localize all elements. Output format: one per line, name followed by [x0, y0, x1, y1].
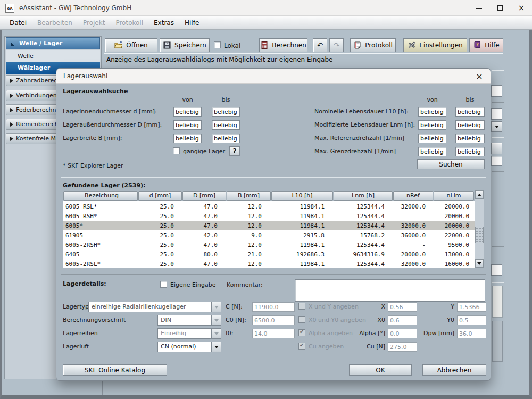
x0y0-checkbox[interactable]	[298, 316, 305, 323]
sidebar-item-welle[interactable]: Welle	[6, 50, 100, 62]
x-input[interactable]	[388, 302, 417, 312]
column-header-nRef[interactable]: nRef	[393, 191, 433, 201]
maximize-button[interactable]	[489, 0, 511, 16]
column-header-Lnm[interactable]: Lnm [h]	[334, 191, 393, 201]
sidebar-item-welle-lager[interactable]: Welle / Lager	[6, 37, 100, 49]
column-header-nLim[interactable]: nLim	[434, 191, 474, 201]
bearing-rows-dropdown[interactable]: Einreihig	[157, 328, 221, 339]
column-header-L10[interactable]: L10 [h]	[271, 191, 333, 201]
scroll-up-button[interactable]	[475, 190, 484, 199]
ref-speed-bis-input[interactable]	[455, 134, 485, 143]
table-row[interactable]: 6005-RSH*25.047.012.011984.1125344.4-200…	[63, 211, 475, 221]
comment-label: Kommentar:	[227, 281, 263, 288]
menu-hilfe[interactable]: Hilfe	[179, 18, 204, 28]
bearing-clearance-dropdown[interactable]: CN (normal)	[157, 342, 221, 352]
comment-textarea[interactable]: ---	[295, 279, 485, 302]
cu-label: Cu [N]	[364, 343, 385, 350]
background-separator	[492, 246, 504, 247]
protocol-button[interactable]: Protokoll	[350, 38, 396, 52]
save-button[interactable]: Speichern	[160, 38, 210, 52]
l10-von-input[interactable]	[418, 107, 446, 117]
c-input[interactable]	[252, 302, 295, 312]
cancel-button[interactable]: Abbrechen	[422, 364, 486, 376]
table-row[interactable]: 6005-RSL*25.047.012.011984.1125344.43200…	[63, 202, 475, 211]
menu-projekt[interactable]: Projekt	[78, 18, 110, 28]
l10-bis-input[interactable]	[455, 107, 485, 117]
inner-diameter-bis-input[interactable]	[212, 107, 240, 117]
table-row[interactable]: 6005*25.047.012.011984.1125344.432000.02…	[63, 221, 475, 230]
calculator-icon	[260, 41, 269, 49]
chevron-down-icon	[214, 306, 219, 309]
scrollbar-thumb[interactable]	[475, 227, 484, 243]
app-icon-text: eA	[7, 6, 12, 11]
dpw-input[interactable]	[457, 329, 486, 338]
ref-speed-von-input[interactable]	[418, 134, 446, 143]
table-row[interactable]: 6005-2RSL*25.047.012.011984.1125344.4320…	[63, 259, 475, 269]
xy-checkbox-label: X und Y angeben	[309, 303, 359, 310]
limit-speed-von-input[interactable]	[418, 147, 446, 156]
menu-bearbeiten[interactable]: Bearbeiten	[32, 18, 78, 28]
x0-input[interactable]	[388, 315, 417, 325]
calculate-button[interactable]: Berechnen	[259, 38, 307, 52]
search-button[interactable]: Suchen	[417, 159, 485, 169]
column-header-D[interactable]: D [mm]	[182, 191, 226, 201]
bearing-type-dropdown[interactable]: einreihige Radialrillenkugellager	[88, 302, 221, 312]
bearing-width-bis-input[interactable]	[212, 134, 240, 143]
calculation-rule-dropdown[interactable]: DIN	[157, 315, 221, 326]
bearing-width-von-input[interactable]	[173, 134, 202, 143]
outer-diameter-von-input[interactable]	[173, 120, 202, 130]
scroll-down-button[interactable]	[475, 259, 484, 268]
column-header-d[interactable]: d [mm]	[138, 191, 182, 201]
menu-extras[interactable]: Extras	[148, 18, 179, 28]
table-scrollbar[interactable]	[475, 190, 484, 268]
dialog-close-button[interactable]: ×	[471, 69, 487, 84]
table-cell: 25.0	[138, 222, 181, 229]
local-checkbox[interactable]	[214, 41, 221, 48]
column-header-bezeichnung[interactable]: Bezeichung	[63, 191, 138, 201]
f0-input[interactable]	[252, 329, 295, 338]
dropdown-arrow-button[interactable]	[211, 342, 221, 352]
common-bearings-checkbox[interactable]	[173, 147, 180, 154]
table-row[interactable]: 640525.080.021.0192686.39634316.920000.0…	[63, 250, 475, 259]
outer-diameter-bis-input[interactable]	[212, 120, 240, 130]
own-input-checkbox[interactable]	[160, 281, 167, 288]
lnm-von-input[interactable]	[418, 120, 446, 130]
open-button[interactable]: Öffnen	[105, 38, 157, 52]
menu-datei[interactable]: Datei	[4, 18, 32, 28]
limit-speed-bis-input[interactable]	[455, 147, 485, 156]
ok-button[interactable]: OK	[349, 364, 412, 376]
table-cell: 12.0	[225, 203, 269, 210]
inner-diameter-von-input[interactable]	[173, 107, 202, 117]
cu-input[interactable]	[388, 342, 417, 352]
minimize-button[interactable]	[468, 0, 489, 16]
cu-checkbox[interactable]	[298, 343, 305, 350]
table-cell: 25.0	[138, 242, 181, 248]
skf-catalog-button[interactable]: SKF Online Katalog	[63, 364, 167, 376]
settings-button[interactable]: Einstellungen	[403, 38, 467, 52]
alpha-checkbox[interactable]	[298, 329, 305, 336]
background-panel	[492, 286, 503, 318]
table-cell: 9.0	[225, 232, 269, 239]
details-heading: Lagerdetails:	[63, 280, 106, 287]
close-button[interactable]: ×	[511, 0, 532, 16]
table-cell: 11984.1	[269, 222, 331, 229]
dropdown-arrow-button	[211, 302, 221, 312]
search-heading: Lagerauswahlsuche	[63, 88, 128, 95]
alpha-input[interactable]	[388, 329, 417, 338]
background-field	[491, 85, 502, 97]
y0-input[interactable]	[457, 315, 486, 325]
lnm-bis-input[interactable]	[455, 120, 485, 130]
xy-checkbox[interactable]	[298, 303, 305, 310]
sidebar-item-label: Wälzlager	[18, 64, 50, 71]
bearing-rows-value: Einreihig	[161, 330, 186, 337]
c0-input[interactable]	[252, 315, 295, 325]
redo-button[interactable]: ↷	[329, 38, 344, 52]
table-row[interactable]: 6005-2RSH*25.047.012.011984.1125344.4-95…	[63, 240, 475, 250]
help-question-button[interactable]: ?	[229, 146, 240, 156]
help-button[interactable]: ? Hilfe	[469, 38, 503, 52]
column-header-B[interactable]: B [mm]	[227, 191, 271, 201]
table-row[interactable]: 6190525.042.09.02915.815768.236000.02200…	[63, 230, 475, 240]
menu-protokoll[interactable]: Protokoll	[110, 18, 148, 28]
y-input[interactable]	[457, 302, 486, 312]
undo-button[interactable]: ↶	[313, 38, 327, 52]
